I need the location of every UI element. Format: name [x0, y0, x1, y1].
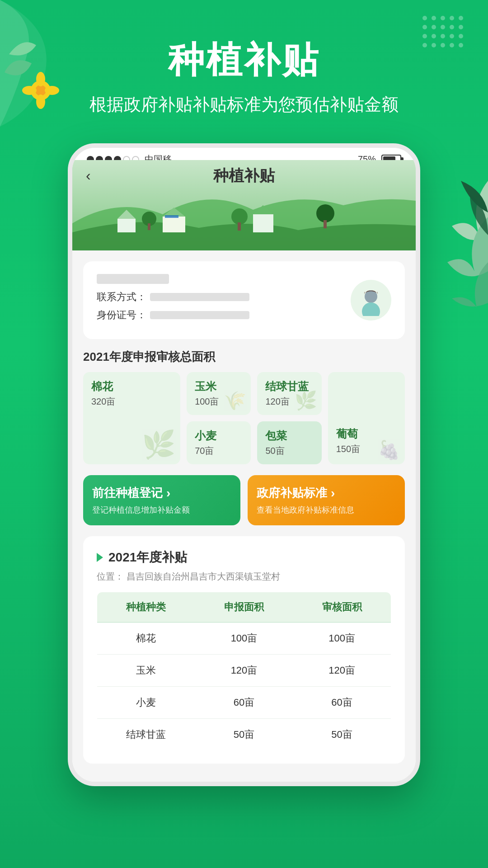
- cell-audited: 100亩: [293, 623, 391, 655]
- svg-rect-27: [117, 219, 136, 232]
- register-subtitle: 登记种植信息增加补贴金额: [92, 505, 231, 515]
- svg-point-37: [316, 204, 334, 222]
- col-header-reported: 申报面积: [195, 592, 293, 623]
- phone-screen: 中国移 75%: [68, 143, 420, 786]
- cell-crop: 结球甘蓝: [97, 719, 195, 751]
- crop-section-title: 2021年度申报审核总面积: [83, 349, 405, 365]
- user-card: 联系方式： 身份证号：: [83, 261, 405, 339]
- cell-audited: 50亩: [293, 719, 391, 751]
- crop-card-pakchoi: 包菜 50亩: [257, 421, 321, 464]
- subsidy-title: 政府补贴标准 ›: [257, 485, 396, 501]
- crop-area-cotton: 320亩: [91, 396, 172, 408]
- phone-mockup: 中国移 75%: [68, 143, 420, 786]
- cell-reported: 50亩: [195, 719, 293, 751]
- crop-card-grape: 葡萄 150亩 🍇: [328, 372, 405, 464]
- table-row: 玉米120亩120亩: [97, 655, 391, 687]
- app-navbar: ‹ 种植补贴: [72, 160, 416, 193]
- page-subtitle: 根据政府补贴补贴标准为您预估补贴金额: [0, 93, 488, 116]
- cell-reported: 60亩: [195, 687, 293, 719]
- crop-card-wheat: 小麦 70亩: [187, 421, 251, 464]
- crop-grid: 棉花 320亩 🌿 玉米 100亩 🌾 结球甘蓝 120亩 🌿: [83, 372, 405, 464]
- back-button[interactable]: ‹: [86, 167, 91, 184]
- crop-name-wheat: 小麦: [195, 429, 243, 443]
- cell-reported: 100亩: [195, 623, 293, 655]
- crop-card-cabbage: 结球甘蓝 120亩 🌿: [257, 372, 321, 415]
- contact-value-blurred: [150, 293, 249, 301]
- page-header: 种植补贴 根据政府补贴补贴标准为您预估补贴金额: [0, 0, 488, 116]
- col-header-audited: 审核面积: [293, 592, 391, 623]
- svg-rect-29: [163, 217, 185, 232]
- svg-rect-36: [238, 222, 241, 231]
- page-title: 种植补贴: [0, 36, 488, 85]
- register-title: 前往种植登记 ›: [92, 485, 231, 501]
- subsidy-title-text: 2021年度补贴: [108, 549, 187, 566]
- svg-point-40: [365, 290, 377, 303]
- crop-icon-cabbage: 🌿: [295, 390, 317, 411]
- location-value: 昌吉回族自治州昌吉市大西渠镇玉堂村: [127, 571, 280, 581]
- crop-grid-right: 玉米 100亩 🌾 结球甘蓝 120亩 🌿 小麦 70亩 包菜: [187, 372, 322, 464]
- table-row: 棉花100亩100亩: [97, 623, 391, 655]
- contact-label: 联系方式：: [97, 290, 146, 304]
- crop-icon-grape: 🍇: [378, 439, 400, 461]
- subsidy-header: 2021年度补贴: [97, 549, 391, 566]
- leaves-decoration-right: [425, 181, 488, 318]
- subsidy-standard-button[interactable]: 政府补贴标准 › 查看当地政府补贴标准信息: [248, 475, 405, 525]
- crop-icon-corn: 🌾: [224, 390, 246, 411]
- subsidy-section: 2021年度补贴 位置： 昌吉回族自治州昌吉市大西渠镇玉堂村 种植种类 申报面积…: [83, 536, 405, 764]
- crop-card-corn: 玉米 100亩 🌾: [187, 372, 251, 415]
- svg-rect-39: [165, 215, 178, 218]
- crop-area-pakchoi: 50亩: [265, 445, 313, 457]
- location-label: 位置：: [97, 571, 124, 581]
- subsidy-location: 位置： 昌吉回族自治州昌吉市大西渠镇玉堂村: [97, 571, 391, 583]
- crop-area-wheat: 70亩: [195, 445, 243, 457]
- table-row: 结球甘蓝50亩50亩: [97, 719, 391, 751]
- subsidy-subtitle: 查看当地政府补贴标准信息: [257, 505, 396, 515]
- id-value-blurred: [150, 311, 249, 319]
- hero-banner: ‹ 种植补贴: [72, 160, 416, 250]
- cell-crop: 棉花: [97, 623, 195, 655]
- user-name-blurred: [97, 274, 169, 284]
- user-info: 联系方式： 身份证号：: [97, 274, 351, 326]
- svg-rect-31: [253, 214, 273, 232]
- id-label: 身份证号：: [97, 308, 146, 322]
- svg-rect-34: [148, 223, 150, 230]
- action-buttons: 前往种植登记 › 登记种植信息增加补贴金额 政府补贴标准 › 查看当地政府补贴标…: [83, 475, 405, 525]
- register-button[interactable]: 前往种植登记 › 登记种植信息增加补贴金额: [83, 475, 240, 525]
- table-row: 小麦60亩60亩: [97, 687, 391, 719]
- contact-row: 联系方式：: [97, 290, 351, 304]
- id-row: 身份证号：: [97, 308, 351, 322]
- crop-card-cotton: 棉花 320亩 🌿: [83, 372, 180, 464]
- svg-point-35: [231, 208, 248, 225]
- app-content: 联系方式： 身份证号：: [72, 250, 416, 782]
- cell-reported: 120亩: [195, 655, 293, 687]
- crop-name-pakchoi: 包菜: [265, 429, 313, 443]
- cell-crop: 玉米: [97, 655, 195, 687]
- nav-title: 种植补贴: [213, 165, 275, 186]
- crop-name-cotton: 棉花: [91, 379, 172, 394]
- subsidy-table: 种植种类 申报面积 审核面积 棉花100亩100亩玉米120亩120亩小麦60亩…: [97, 592, 391, 751]
- cell-audited: 60亩: [293, 687, 391, 719]
- col-header-crop: 种植种类: [97, 592, 195, 623]
- crop-icon-cotton: 🌿: [142, 429, 176, 461]
- triangle-icon: [97, 553, 103, 562]
- cell-crop: 小麦: [97, 687, 195, 719]
- user-avatar: [351, 280, 391, 321]
- svg-rect-38: [324, 220, 327, 228]
- cell-audited: 120亩: [293, 655, 391, 687]
